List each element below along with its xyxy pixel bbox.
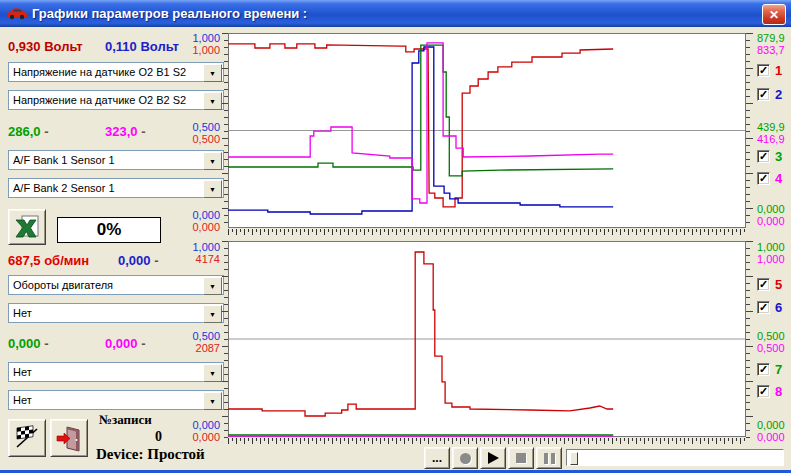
- param1-value: 0,930 Вольт: [8, 39, 83, 54]
- channel-number-label: 3: [775, 149, 782, 164]
- records-label: №записи: [99, 412, 152, 428]
- record-icon: [460, 453, 471, 464]
- channel-number-label: 4: [775, 171, 782, 186]
- app-window: Графики параметров реального времени : ✕…: [0, 0, 791, 473]
- channel-2-checkbox[interactable]: ✓2: [757, 87, 782, 102]
- left-axis-label: 0,500: [176, 133, 220, 145]
- checkbox-check-icon[interactable]: ✓: [757, 172, 770, 185]
- checkbox-check-icon[interactable]: ✓: [757, 278, 770, 291]
- device-label: Device:: [96, 446, 143, 462]
- channel-8-checkbox[interactable]: ✓8: [757, 384, 782, 399]
- right-axis-label: 0,000: [757, 431, 785, 443]
- channel-1-checkbox[interactable]: ✓1: [757, 63, 782, 78]
- right-axis-label: 416,9: [757, 133, 785, 145]
- param2-select-value: Напряжение на датчике O2 B2 S2: [13, 94, 186, 106]
- checkbox-check-icon[interactable]: ✓: [757, 301, 770, 314]
- param3-value: 286,0 -: [8, 124, 49, 139]
- right-axis-label: 0,000: [757, 203, 785, 215]
- channel-number-label: 1: [775, 63, 782, 78]
- left-axis-label: 4174: [176, 253, 220, 265]
- channel-number-label: 5: [775, 277, 782, 292]
- oscilloscope-chart-top: [222, 33, 755, 237]
- record-button[interactable]: [452, 447, 478, 469]
- play-icon: [488, 452, 499, 464]
- left-axis-label: 0,000: [176, 221, 220, 233]
- exit-door-icon: [55, 424, 83, 452]
- channel-number-label: 2: [775, 87, 782, 102]
- export-excel-button[interactable]: [8, 209, 46, 245]
- right-axis-label: 0,500: [757, 330, 785, 342]
- playback-position-slider[interactable]: [566, 449, 784, 466]
- checkbox-check-icon[interactable]: ✓: [757, 88, 770, 101]
- left-axis-label: 1,000: [176, 32, 220, 44]
- chevron-down-icon[interactable]: ▼: [203, 277, 222, 295]
- param8-select-value: Нет: [13, 394, 32, 406]
- device-status: Device: Простой: [96, 446, 205, 463]
- records-count: 0: [155, 429, 162, 445]
- channel-3-checkbox[interactable]: ✓3: [757, 149, 782, 164]
- channel-4-checkbox[interactable]: ✓4: [757, 171, 782, 186]
- checkbox-check-icon[interactable]: ✓: [757, 363, 770, 376]
- pause-icon: [544, 453, 555, 464]
- param4-value: 323,0 -: [105, 124, 146, 139]
- right-axis-label: 0,000: [757, 419, 785, 431]
- param5-select-value: Обороты двигателя: [13, 279, 113, 291]
- param1-select[interactable]: Напряжение на датчике O2 B1 S2 ▼: [8, 62, 224, 82]
- channel-7-checkbox[interactable]: ✓7: [757, 362, 782, 377]
- right-axis-label: 0,000: [757, 215, 785, 227]
- right-axis-label: 833,7: [757, 44, 785, 56]
- param7-value: 0,000 -: [8, 336, 49, 351]
- param6-select[interactable]: Нет ▼: [8, 303, 224, 323]
- left-axis-label: 0,500: [176, 121, 220, 133]
- checkbox-check-icon[interactable]: ✓: [757, 150, 770, 163]
- param5-value: 687,5 об/мин: [8, 253, 89, 268]
- checkbox-check-icon[interactable]: ✓: [757, 64, 770, 77]
- right-axis-label: 879,9: [757, 32, 785, 44]
- param4-select[interactable]: A/F Bank 2 Sensor 1 ▼: [8, 178, 224, 198]
- finish-flag-button[interactable]: [8, 419, 46, 457]
- device-value: Простой: [147, 446, 204, 462]
- param2-select[interactable]: Напряжение на датчике O2 B2 S2 ▼: [8, 90, 224, 110]
- param7-select-value: Нет: [13, 366, 32, 378]
- left-axis-label: 0,000: [176, 209, 220, 221]
- channel-5-checkbox[interactable]: ✓5: [757, 277, 782, 292]
- param7-select[interactable]: Нет ▼: [8, 362, 224, 382]
- param1-select-value: Напряжение на датчике O2 B1 S2: [13, 66, 186, 78]
- left-axis-label: 0,000: [176, 431, 220, 443]
- close-button[interactable]: ✕: [762, 4, 786, 25]
- oscilloscope-chart-bottom: [222, 241, 755, 446]
- channel-6-checkbox[interactable]: ✓6: [757, 300, 782, 315]
- play-button[interactable]: [480, 447, 506, 469]
- param5-select[interactable]: Обороты двигателя ▼: [8, 275, 224, 295]
- progress-indicator: 0%: [57, 217, 161, 243]
- chevron-down-icon[interactable]: ▼: [203, 180, 222, 198]
- param8-select[interactable]: Нет ▼: [8, 390, 224, 410]
- param4-select-value: A/F Bank 2 Sensor 1: [13, 182, 115, 194]
- window-title: Графики параметров реального времени :: [32, 6, 307, 21]
- left-axis-label: 0,500: [176, 330, 220, 342]
- left-axis-label: 0,000: [176, 419, 220, 431]
- chevron-down-icon[interactable]: ▼: [203, 364, 222, 382]
- left-axis-label: 1,000: [176, 44, 220, 56]
- right-axis-label: 1,000: [757, 241, 785, 253]
- progress-value: 0%: [97, 220, 122, 240]
- slider-thumb[interactable]: [570, 452, 578, 465]
- param8-value: 0,000 -: [105, 336, 146, 351]
- right-axis-label: 1,000: [757, 253, 785, 265]
- chevron-down-icon[interactable]: ▼: [203, 305, 222, 323]
- param3-select-value: A/F Bank 1 Sensor 1: [13, 154, 115, 166]
- right-axis-label: 439,9: [757, 121, 785, 133]
- pause-button[interactable]: [536, 447, 562, 469]
- titlebar: Графики параметров реального времени : ✕: [0, 0, 791, 27]
- channel-number-label: 6: [775, 300, 782, 315]
- chevron-down-icon[interactable]: ▼: [203, 152, 222, 170]
- checkered-flag-icon: [13, 425, 41, 451]
- checkbox-check-icon[interactable]: ✓: [757, 385, 770, 398]
- chevron-down-icon[interactable]: ▼: [203, 64, 222, 82]
- more-options-button[interactable]: ...: [424, 447, 450, 469]
- stop-button[interactable]: [508, 447, 534, 469]
- exit-button[interactable]: [50, 419, 88, 457]
- chevron-down-icon[interactable]: ▼: [203, 392, 222, 410]
- param3-select[interactable]: A/F Bank 1 Sensor 1 ▼: [8, 150, 224, 170]
- chevron-down-icon[interactable]: ▼: [203, 92, 222, 110]
